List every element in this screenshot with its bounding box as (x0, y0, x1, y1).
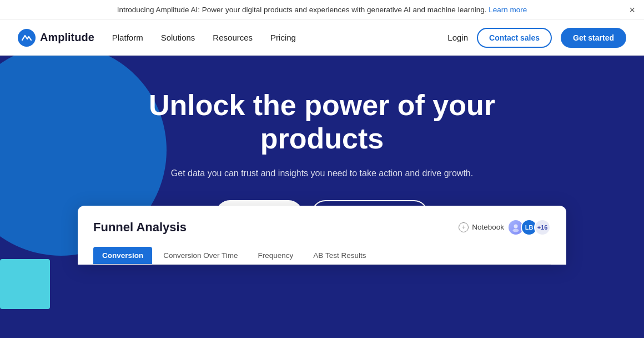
hero-subtitle: Get data you can trust and insights you … (133, 167, 511, 180)
tab-ab-test-results[interactable]: AB Test Results (304, 247, 375, 264)
announcement-banner: Introducing Amplitude AI: Power your dig… (0, 0, 644, 20)
tab-frequency[interactable]: Frequency (249, 247, 303, 264)
nav-platform[interactable]: Platform (112, 33, 143, 42)
nav-resources[interactable]: Resources (213, 33, 253, 42)
dashboard-tabs: Conversion Conversion Over Time Frequenc… (93, 247, 551, 265)
amplitude-logo-icon (18, 29, 36, 47)
tab-conversion-over-time[interactable]: Conversion Over Time (154, 247, 246, 264)
svg-point-1 (514, 224, 518, 228)
notebook-plus-icon: + (459, 222, 469, 232)
nav-actions: Login Contact sales Get started (447, 28, 626, 48)
notebook-button[interactable]: + Notebook (459, 222, 504, 232)
hero-section: Unlock the power of your products Get da… (0, 56, 644, 309)
dashboard-title: Funnel Analysis (93, 220, 187, 235)
hero-circle-small-decoration (0, 259, 50, 309)
get-started-nav-button[interactable]: Get started (561, 28, 626, 48)
banner-learn-more-link[interactable]: Learn more (489, 6, 527, 14)
avatar-count: +16 (534, 219, 551, 236)
dashboard-header: Funnel Analysis + Notebook LB +16 (93, 219, 551, 236)
logo-link[interactable]: Amplitude (18, 29, 94, 47)
nav-links: Platform Solutions Resources Pricing (112, 33, 448, 42)
contact-sales-button[interactable]: Contact sales (477, 28, 552, 48)
nav-pricing[interactable]: Pricing (270, 33, 296, 42)
notebook-label: Notebook (472, 223, 504, 231)
hero-title: Unlock the power of your products (133, 89, 511, 156)
banner-text: Introducing Amplitude AI: Power your dig… (117, 6, 487, 14)
logo-text: Amplitude (40, 31, 94, 44)
bottom-strip (0, 309, 644, 338)
navbar: Amplitude Platform Solutions Resources P… (0, 20, 644, 56)
login-button[interactable]: Login (447, 33, 468, 42)
dashboard-actions: + Notebook LB +16 (459, 219, 551, 236)
tab-conversion[interactable]: Conversion (93, 247, 152, 264)
svg-point-2 (513, 228, 519, 232)
banner-close-button[interactable]: × (629, 4, 635, 16)
user-silhouette-icon (511, 222, 521, 232)
avatar-group: LB +16 (511, 219, 551, 236)
nav-solutions[interactable]: Solutions (161, 33, 195, 42)
dashboard-preview-card: Funnel Analysis + Notebook LB +16 (78, 206, 566, 265)
